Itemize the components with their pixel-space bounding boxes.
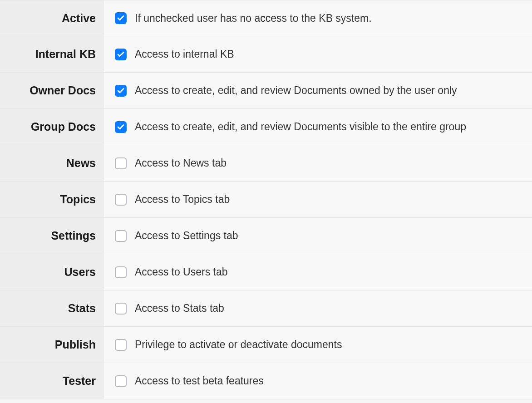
- description-stats: Access to Stats tab: [135, 302, 224, 315]
- label-publish: Publish: [0, 327, 104, 363]
- check-icon: [117, 123, 125, 131]
- label-topics: Topics: [0, 182, 104, 217]
- row-publish: Publish Privilege to activate or deactiv…: [0, 327, 532, 363]
- description-publish: Privilege to activate or deactivate docu…: [135, 339, 342, 351]
- checkbox-stats[interactable]: [115, 303, 127, 315]
- label-settings: Settings: [0, 218, 104, 254]
- checkbox-active[interactable]: [115, 12, 127, 24]
- content-group-docs: Access to create, edit, and review Docum…: [104, 109, 532, 145]
- checkbox-users[interactable]: [115, 266, 127, 278]
- description-owner-docs: Access to create, edit, and review Docum…: [135, 84, 457, 97]
- description-topics: Access to Topics tab: [135, 193, 230, 206]
- label-stats: Stats: [0, 290, 104, 326]
- checkbox-news[interactable]: [115, 157, 127, 169]
- description-users: Access to Users tab: [135, 266, 228, 278]
- label-owner-docs: Owner Docs: [0, 73, 104, 108]
- check-icon: [117, 14, 125, 22]
- row-group-docs: Group Docs Access to create, edit, and r…: [0, 109, 532, 145]
- checkbox-settings[interactable]: [115, 230, 127, 242]
- content-active: If unchecked user has no access to the K…: [104, 0, 532, 36]
- content-users: Access to Users tab: [104, 254, 532, 290]
- row-internal-kb: Internal KB Access to internal KB: [0, 36, 532, 73]
- content-topics: Access to Topics tab: [104, 182, 532, 217]
- row-users: Users Access to Users tab: [0, 254, 532, 290]
- content-settings: Access to Settings tab: [104, 218, 532, 254]
- checkbox-tester[interactable]: [115, 375, 127, 387]
- row-topics: Topics Access to Topics tab: [0, 182, 532, 218]
- label-news: News: [0, 145, 104, 181]
- check-icon: [117, 50, 125, 59]
- description-group-docs: Access to create, edit, and review Docum…: [135, 121, 466, 133]
- check-icon: [117, 87, 125, 95]
- row-tester: Tester Access to test beta features: [0, 363, 532, 399]
- checkbox-publish[interactable]: [115, 339, 127, 351]
- description-active: If unchecked user has no access to the K…: [135, 12, 372, 25]
- content-internal-kb: Access to internal KB: [104, 36, 532, 72]
- description-news: Access to News tab: [135, 157, 227, 169]
- content-stats: Access to Stats tab: [104, 290, 532, 326]
- label-active: Active: [0, 0, 104, 36]
- checkbox-internal-kb[interactable]: [115, 49, 127, 60]
- row-news: News Access to News tab: [0, 145, 532, 182]
- label-tester: Tester: [0, 363, 104, 399]
- checkbox-owner-docs[interactable]: [115, 85, 127, 97]
- permissions-form: Active If unchecked user has no access t…: [0, 0, 532, 399]
- description-settings: Access to Settings tab: [135, 230, 238, 242]
- description-tester: Access to test beta features: [135, 375, 264, 387]
- content-publish: Privilege to activate or deactivate docu…: [104, 327, 532, 363]
- label-users: Users: [0, 254, 104, 290]
- label-group-docs: Group Docs: [0, 109, 104, 145]
- content-tester: Access to test beta features: [104, 363, 532, 399]
- checkbox-topics[interactable]: [115, 194, 127, 206]
- row-active: Active If unchecked user has no access t…: [0, 0, 532, 36]
- content-news: Access to News tab: [104, 145, 532, 181]
- content-owner-docs: Access to create, edit, and review Docum…: [104, 73, 532, 108]
- row-settings: Settings Access to Settings tab: [0, 218, 532, 254]
- label-internal-kb: Internal KB: [0, 36, 104, 72]
- row-stats: Stats Access to Stats tab: [0, 290, 532, 327]
- description-internal-kb: Access to internal KB: [135, 48, 234, 60]
- checkbox-group-docs[interactable]: [115, 121, 127, 133]
- row-owner-docs: Owner Docs Access to create, edit, and r…: [0, 73, 532, 109]
